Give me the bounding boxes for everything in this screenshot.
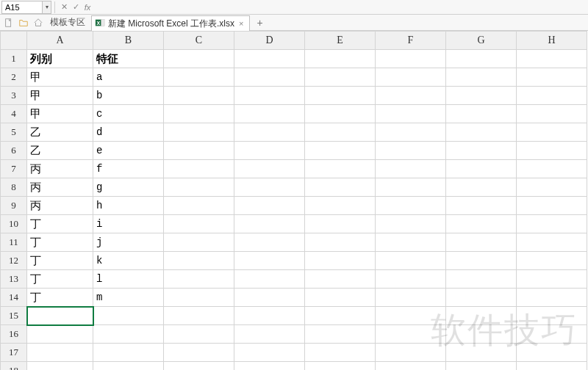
cell[interactable] xyxy=(446,178,517,197)
cell[interactable] xyxy=(376,362,446,371)
cell[interactable] xyxy=(234,142,305,160)
cell[interactable] xyxy=(305,307,376,325)
cell[interactable] xyxy=(164,197,234,215)
cell[interactable] xyxy=(446,197,517,215)
cell-A[interactable]: 丁 xyxy=(27,252,93,270)
cell-B[interactable]: e xyxy=(93,142,164,160)
row-header[interactable]: 14 xyxy=(1,289,27,307)
cell[interactable] xyxy=(446,160,517,178)
row-header[interactable]: 7 xyxy=(1,160,27,178)
cell-B[interactable]: h xyxy=(93,197,164,215)
cell[interactable] xyxy=(446,233,517,252)
cell-A[interactable]: 乙 xyxy=(27,142,93,160)
cell[interactable] xyxy=(164,344,234,362)
cell[interactable] xyxy=(164,105,234,123)
cell[interactable] xyxy=(234,307,305,325)
cell-B[interactable]: g xyxy=(93,178,164,197)
cell[interactable] xyxy=(376,325,446,344)
cell[interactable] xyxy=(164,362,234,371)
cell[interactable] xyxy=(164,178,234,197)
cell-B[interactable]: j xyxy=(93,233,164,252)
cell[interactable] xyxy=(446,252,517,270)
name-box[interactable]: A15 xyxy=(1,1,43,14)
cell[interactable] xyxy=(27,362,93,371)
cell[interactable] xyxy=(234,289,305,307)
cell[interactable] xyxy=(517,233,587,252)
cell[interactable] xyxy=(164,123,234,142)
cell[interactable] xyxy=(517,123,587,142)
cell[interactable] xyxy=(446,289,517,307)
cell[interactable] xyxy=(164,289,234,307)
cell[interactable] xyxy=(305,270,376,289)
cell[interactable] xyxy=(234,197,305,215)
cell[interactable] xyxy=(517,215,587,233)
cell[interactable] xyxy=(517,50,587,68)
cell[interactable] xyxy=(376,289,446,307)
cancel-icon[interactable]: ✕ xyxy=(58,1,70,13)
cell-A[interactable]: 甲 xyxy=(27,87,93,105)
cell[interactable] xyxy=(376,142,446,160)
cell[interactable] xyxy=(517,325,587,344)
row-header[interactable]: 3 xyxy=(1,87,27,105)
column-header-G[interactable]: G xyxy=(446,32,517,50)
cell[interactable] xyxy=(164,233,234,252)
select-all-corner[interactable] xyxy=(1,32,27,50)
cell[interactable] xyxy=(517,197,587,215)
cell[interactable] xyxy=(305,289,376,307)
cell[interactable] xyxy=(164,252,234,270)
cell-A[interactable]: 丁 xyxy=(27,233,93,252)
column-header-C[interactable]: C xyxy=(164,32,234,50)
close-tab-icon[interactable]: × xyxy=(237,19,245,28)
column-header-B[interactable]: B xyxy=(93,32,164,50)
cell[interactable] xyxy=(164,68,234,87)
cell[interactable] xyxy=(446,362,517,371)
row-header[interactable]: 5 xyxy=(1,123,27,142)
row-header[interactable]: 6 xyxy=(1,142,27,160)
row-header[interactable]: 18 xyxy=(1,362,27,371)
cell-B[interactable]: k xyxy=(93,252,164,270)
cell[interactable] xyxy=(164,160,234,178)
cell[interactable] xyxy=(234,344,305,362)
document-tab[interactable]: X 新建 Microsoft Excel 工作表.xlsx × xyxy=(91,15,250,31)
cell[interactable] xyxy=(517,87,587,105)
fx-icon[interactable]: fx xyxy=(82,1,93,13)
cell-A[interactable]: 丙 xyxy=(27,178,93,197)
cell[interactable] xyxy=(305,87,376,105)
cell[interactable] xyxy=(93,344,164,362)
row-header[interactable]: 12 xyxy=(1,252,27,270)
cell[interactable] xyxy=(234,160,305,178)
cell[interactable] xyxy=(234,68,305,87)
cell[interactable] xyxy=(446,307,517,325)
row-header[interactable]: 10 xyxy=(1,215,27,233)
cell[interactable] xyxy=(234,215,305,233)
cell[interactable] xyxy=(305,105,376,123)
cell[interactable] xyxy=(93,307,164,325)
cell-B[interactable]: a xyxy=(93,68,164,87)
cell[interactable] xyxy=(376,270,446,289)
cell-A[interactable]: 甲 xyxy=(27,105,93,123)
cell[interactable] xyxy=(305,178,376,197)
cell[interactable] xyxy=(234,50,305,68)
cell[interactable] xyxy=(305,362,376,371)
row-header[interactable]: 8 xyxy=(1,178,27,197)
template-zone-label[interactable]: 模板专区 xyxy=(47,16,88,29)
column-header-F[interactable]: F xyxy=(376,32,446,50)
cell[interactable] xyxy=(305,50,376,68)
cell[interactable] xyxy=(517,68,587,87)
confirm-icon[interactable]: ✓ xyxy=(70,1,82,13)
cell[interactable] xyxy=(93,325,164,344)
cell[interactable] xyxy=(376,215,446,233)
cell[interactable] xyxy=(234,178,305,197)
cell-A[interactable]: 丁 xyxy=(27,270,93,289)
row-header[interactable]: 9 xyxy=(1,197,27,215)
cell[interactable] xyxy=(446,215,517,233)
column-header-D[interactable]: D xyxy=(234,32,305,50)
cell[interactable] xyxy=(234,233,305,252)
cell[interactable] xyxy=(164,50,234,68)
cell[interactable] xyxy=(234,123,305,142)
cell[interactable] xyxy=(305,142,376,160)
cell-A[interactable]: 乙 xyxy=(27,123,93,142)
cell[interactable] xyxy=(446,123,517,142)
cell[interactable] xyxy=(446,344,517,362)
cell[interactable] xyxy=(517,160,587,178)
